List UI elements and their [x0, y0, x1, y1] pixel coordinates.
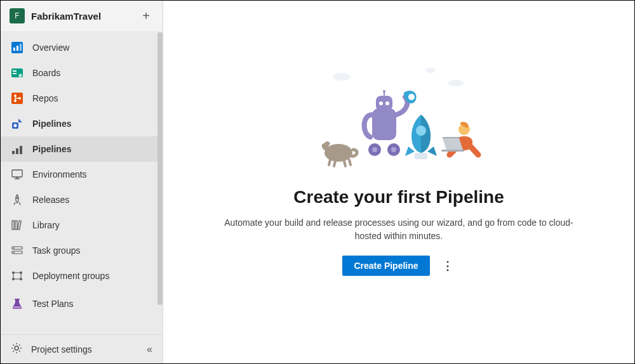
sidebar: F FabrikamTravel + Overview Boards Repo	[1, 1, 163, 363]
svg-point-31	[20, 278, 22, 280]
svg-rect-2	[17, 46, 18, 51]
svg-point-43	[383, 90, 385, 93]
svg-point-27	[13, 252, 15, 253]
add-button[interactable]: +	[138, 8, 154, 23]
nav-label: Test Plans	[32, 299, 74, 309]
svg-point-28	[12, 271, 15, 274]
project-settings[interactable]: Project settings «	[1, 334, 163, 363]
nav-label: Task groups	[32, 245, 80, 256]
empty-state-illustration	[304, 64, 494, 172]
library-icon	[11, 219, 23, 231]
collapse-sidebar-button[interactable]: «	[147, 344, 152, 355]
svg-rect-6	[13, 73, 17, 74]
svg-rect-19	[17, 177, 18, 178]
svg-rect-21	[12, 221, 14, 230]
svg-rect-39	[376, 96, 392, 111]
empty-state-heading: Create your first Pipeline	[293, 187, 504, 207]
svg-point-13	[14, 124, 17, 127]
create-pipeline-button[interactable]: Create Pipeline	[342, 256, 429, 276]
nav-item-overview[interactable]: Overview	[1, 35, 163, 60]
gear-icon	[11, 342, 22, 356]
svg-rect-16	[20, 146, 22, 154]
svg-rect-5	[13, 70, 17, 72]
nav-sub-task-groups[interactable]: Task groups	[1, 238, 163, 263]
svg-point-11	[18, 97, 21, 100]
svg-point-30	[12, 278, 15, 280]
nav-item-test-plans[interactable]: Test Plans	[1, 291, 163, 316]
nav-sub-environments[interactable]: Environments	[1, 162, 163, 187]
svg-rect-14	[12, 151, 15, 154]
svg-point-29	[20, 271, 22, 274]
svg-rect-1	[13, 48, 15, 51]
nav-label: Deployment groups	[32, 271, 109, 281]
pipelines-icon	[11, 117, 23, 130]
nav-sub-library[interactable]: Library	[1, 212, 163, 238]
empty-state-description: Automate your build and release processe…	[221, 216, 577, 243]
svg-point-9	[14, 94, 17, 97]
nav-label: Repos	[32, 93, 58, 103]
chevron-double-left-icon: «	[147, 344, 152, 354]
overview-icon	[11, 41, 23, 54]
svg-point-34	[333, 73, 351, 81]
svg-rect-32	[15, 299, 20, 300]
scrollbar[interactable]	[157, 32, 163, 305]
svg-point-49	[416, 126, 426, 136]
svg-rect-38	[372, 108, 396, 140]
more-options-button[interactable]: ⋮	[440, 258, 455, 273]
plus-icon: +	[142, 9, 150, 23]
nav-label: Releases	[32, 195, 69, 205]
svg-point-33	[15, 346, 18, 350]
svg-rect-3	[20, 44, 22, 51]
svg-point-41	[385, 101, 389, 105]
svg-point-10	[14, 100, 17, 102]
svg-rect-23	[18, 221, 21, 230]
svg-point-26	[13, 247, 15, 249]
nav-sub-releases[interactable]: Releases	[1, 187, 163, 212]
nav-item-pipelines[interactable]: Pipelines	[1, 111, 163, 136]
footer-label: Project settings	[31, 344, 92, 354]
main-content: Create your first Pipeline Automate your…	[163, 1, 634, 363]
task-groups-icon	[11, 244, 23, 257]
boards-icon	[11, 67, 23, 79]
nav-item-repos[interactable]: Repos	[1, 86, 163, 111]
svg-rect-50	[415, 153, 427, 159]
pipelines-sub-icon	[11, 143, 23, 155]
svg-rect-22	[15, 221, 17, 230]
svg-rect-17	[12, 170, 22, 177]
svg-point-36	[425, 68, 436, 73]
nav-label: Library	[32, 220, 60, 230]
svg-point-40	[379, 101, 383, 105]
test-plans-icon	[11, 297, 23, 310]
nav-sub-deployment-groups[interactable]: Deployment groups	[1, 263, 163, 289]
environments-icon	[11, 168, 23, 181]
svg-point-35	[448, 80, 464, 86]
sidebar-nav: Overview Boards Repos Pipelines	[1, 31, 163, 334]
project-avatar[interactable]: F	[10, 8, 25, 23]
nav-item-boards[interactable]: Boards	[1, 60, 163, 86]
project-name[interactable]: FabrikamTravel	[31, 11, 132, 22]
svg-point-47	[391, 147, 396, 152]
deployment-groups-icon	[11, 270, 23, 282]
svg-rect-18	[15, 178, 20, 179]
nav-label: Boards	[32, 68, 60, 78]
action-row: Create Pipeline ⋮	[342, 256, 455, 276]
svg-point-20	[17, 197, 18, 199]
nav-label: Pipelines	[32, 144, 71, 154]
releases-icon	[11, 193, 23, 206]
svg-rect-15	[16, 148, 18, 154]
nav-sub-pipelines[interactable]: Pipelines	[1, 136, 163, 162]
nav-label: Pipelines	[32, 119, 71, 129]
svg-rect-52	[441, 150, 464, 152]
svg-point-45	[372, 147, 377, 152]
svg-point-48	[408, 94, 415, 100]
sidebar-header: F FabrikamTravel +	[1, 1, 163, 31]
nav-label: Environments	[32, 169, 87, 179]
nav-label: Overview	[32, 42, 69, 53]
more-vertical-icon: ⋮	[442, 259, 453, 273]
repos-icon	[11, 92, 23, 105]
